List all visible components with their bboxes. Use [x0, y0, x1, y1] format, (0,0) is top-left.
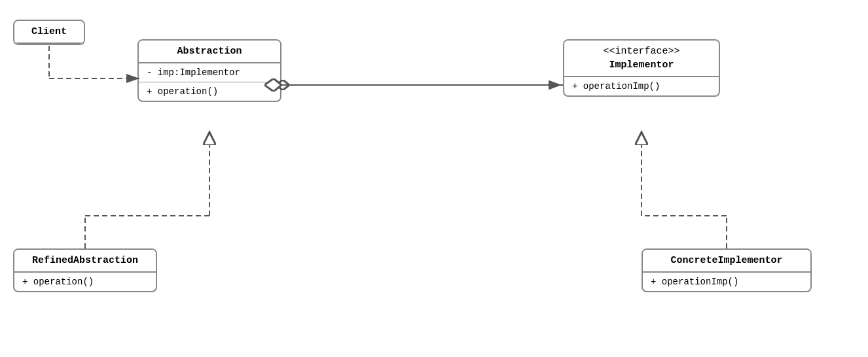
- arrows-svg: [0, 0, 868, 357]
- abstraction-title: Abstraction: [139, 41, 280, 63]
- implementor-box: <<interface>> Implementor + operationImp…: [563, 39, 720, 97]
- refined-abstraction-title: RefinedAbstraction: [14, 250, 156, 273]
- diagram-container: Client Abstraction - imp:Implementor + o…: [0, 0, 868, 357]
- abstraction-method: + operation(): [139, 82, 280, 101]
- refined-abstraction-method: + operation(): [14, 273, 156, 291]
- abstraction-field: - imp:Implementor: [139, 63, 280, 82]
- abstraction-box: Abstraction - imp:Implementor + operatio…: [137, 39, 281, 102]
- concrete-implementor-title: ConcreteImplementor: [643, 250, 810, 273]
- aggregation-arrow-svg: [0, 0, 868, 357]
- refined-abstraction-box: RefinedAbstraction + operation(): [13, 248, 157, 292]
- implementor-title: Implementor: [564, 58, 719, 77]
- implementor-stereotype: <<interface>>: [564, 41, 719, 58]
- implementor-method: + operationImp(): [564, 77, 719, 95]
- concrete-implementor-method: + operationImp(): [643, 273, 810, 291]
- client-box: Client: [13, 20, 85, 45]
- concrete-implementor-box: ConcreteImplementor + operationImp(): [642, 248, 812, 292]
- client-title: Client: [14, 21, 84, 44]
